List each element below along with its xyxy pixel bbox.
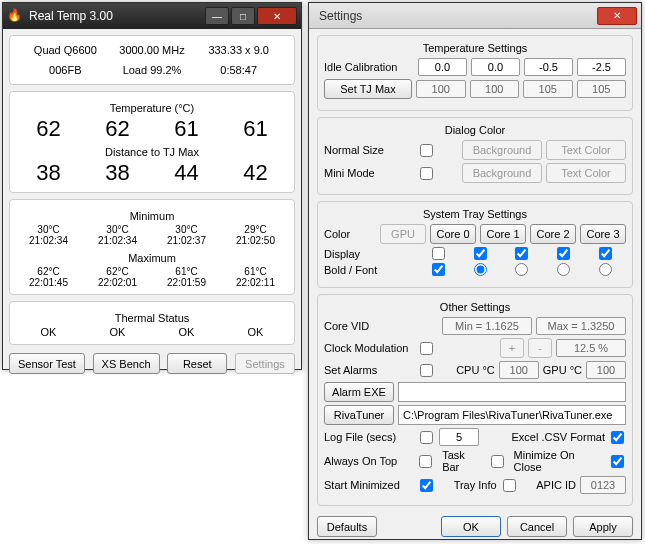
core1-color-button[interactable]: Core 1 bbox=[480, 224, 526, 244]
start-minimized-label: Start Minimized bbox=[324, 479, 414, 491]
distance-heading: Distance to TJ Max bbox=[14, 146, 290, 158]
bold-font-checkbox[interactable] bbox=[432, 263, 445, 276]
tjmax-2: 105 bbox=[523, 80, 573, 98]
core0-color-button[interactable]: Core 0 bbox=[430, 224, 476, 244]
bold-core2-radio[interactable] bbox=[557, 263, 570, 276]
normal-size-checkbox[interactable] bbox=[420, 144, 433, 157]
display-gpu-checkbox[interactable] bbox=[432, 247, 445, 260]
temp-core0: 62 bbox=[14, 116, 83, 142]
system-tray-heading: System Tray Settings bbox=[324, 208, 626, 220]
idle-cal-2[interactable]: -0.5 bbox=[524, 58, 573, 76]
display-core0-checkbox[interactable] bbox=[474, 247, 487, 260]
max-t2: 61°C bbox=[152, 266, 221, 277]
min-t1: 30°C bbox=[83, 224, 152, 235]
bold-font-label: Bold / Font bbox=[324, 264, 414, 276]
temperature-heading: Temperature (°C) bbox=[14, 102, 290, 114]
maximum-heading: Maximum bbox=[14, 252, 290, 264]
close-button[interactable]: ✕ bbox=[257, 7, 297, 25]
display-core3-checkbox[interactable] bbox=[599, 247, 612, 260]
minimize-button[interactable]: — bbox=[205, 7, 229, 25]
rivatuner-button[interactable]: RivaTuner bbox=[324, 405, 394, 425]
sensor-test-button[interactable]: Sensor Test bbox=[9, 353, 85, 374]
normal-bg-button[interactable]: Background bbox=[462, 140, 542, 160]
tray-info-checkbox[interactable] bbox=[503, 479, 516, 492]
cancel-button[interactable]: Cancel bbox=[507, 516, 567, 537]
csv-label: Excel .CSV Format bbox=[511, 431, 605, 443]
mini-mode-checkbox[interactable] bbox=[420, 167, 433, 180]
cpu-load: Load 99.2% bbox=[109, 64, 196, 76]
settings-window: Settings ✕ Temperature Settings Idle Cal… bbox=[308, 2, 642, 540]
minmax-panel: Minimum 30°C 30°C 30°C 29°C 21:02:34 21:… bbox=[9, 199, 295, 295]
cpu-c-label: CPU °C bbox=[456, 364, 495, 376]
main-title: Real Temp 3.00 bbox=[29, 9, 205, 23]
min-on-close-checkbox[interactable] bbox=[611, 455, 624, 468]
clock-mod-label: Clock Modulation bbox=[324, 342, 414, 354]
clock-plus-button[interactable]: + bbox=[500, 338, 524, 358]
taskbar-label: Task Bar bbox=[442, 449, 484, 473]
temperature-panel: Temperature (°C) 62 62 61 61 Distance to… bbox=[9, 91, 295, 193]
display-label: Display bbox=[324, 248, 414, 260]
max-t0: 62°C bbox=[14, 266, 83, 277]
alarm-exe-button[interactable]: Alarm EXE bbox=[324, 382, 394, 402]
other-settings-group: Other Settings Core VID Min = 1.1625 Max… bbox=[317, 294, 633, 506]
system-tray-group: System Tray Settings Color GPU Core 0 Co… bbox=[317, 201, 633, 288]
always-on-top-checkbox[interactable] bbox=[419, 455, 432, 468]
settings-titlebar: Settings ✕ bbox=[309, 3, 641, 29]
settings-title: Settings bbox=[313, 9, 597, 23]
cpu-alarm-value[interactable]: 100 bbox=[499, 361, 539, 379]
log-file-checkbox[interactable] bbox=[420, 431, 433, 444]
bold-core1-radio[interactable] bbox=[515, 263, 528, 276]
max-t1: 62°C bbox=[83, 266, 152, 277]
mini-bg-button[interactable]: Background bbox=[462, 163, 542, 183]
set-alarms-checkbox[interactable] bbox=[420, 364, 433, 377]
idle-cal-1[interactable]: 0.0 bbox=[471, 58, 520, 76]
maximize-button[interactable]: □ bbox=[231, 7, 255, 25]
mini-text-button[interactable]: Text Color bbox=[546, 163, 626, 183]
vid-min: Min = 1.1625 bbox=[442, 317, 532, 335]
bold-core3-radio[interactable] bbox=[599, 263, 612, 276]
display-core2-checkbox[interactable] bbox=[557, 247, 570, 260]
status-panel: Thermal Status OK OK OK OK bbox=[9, 301, 295, 345]
main-titlebar: 🔥 Real Temp 3.00 — □ ✕ bbox=[3, 3, 301, 29]
set-tjmax-button[interactable]: Set TJ Max bbox=[324, 79, 412, 99]
idle-calibration-label: Idle Calibration bbox=[324, 61, 414, 73]
core3-color-button[interactable]: Core 3 bbox=[580, 224, 626, 244]
idle-cal-0[interactable]: 0.0 bbox=[418, 58, 467, 76]
csv-checkbox[interactable] bbox=[611, 431, 624, 444]
normal-size-label: Normal Size bbox=[324, 144, 414, 156]
clock-mod-checkbox[interactable] bbox=[420, 342, 433, 355]
reset-button[interactable]: Reset bbox=[167, 353, 227, 374]
log-secs-value[interactable]: 5 bbox=[439, 428, 479, 446]
status0: OK bbox=[14, 326, 83, 338]
taskbar-checkbox[interactable] bbox=[491, 455, 504, 468]
tray-info-label: Tray Info bbox=[454, 479, 497, 491]
clock-minus-button[interactable]: - bbox=[528, 338, 552, 358]
temp-core3: 61 bbox=[221, 116, 290, 142]
ok-button[interactable]: OK bbox=[441, 516, 501, 537]
temperature-settings-heading: Temperature Settings bbox=[324, 42, 626, 54]
temp-core1: 62 bbox=[83, 116, 152, 142]
alarm-exe-path[interactable] bbox=[398, 382, 626, 402]
rivatuner-path[interactable]: C:\Program Files\RivaTuner\RivaTuner.exe bbox=[398, 405, 626, 425]
xs-bench-button[interactable]: XS Bench bbox=[93, 353, 160, 374]
display-core1-checkbox[interactable] bbox=[515, 247, 528, 260]
cpuid: 006FB bbox=[22, 64, 109, 76]
idle-cal-3[interactable]: -2.5 bbox=[577, 58, 626, 76]
gpu-color-button[interactable]: GPU bbox=[380, 224, 426, 244]
status-heading: Thermal Status bbox=[14, 312, 290, 324]
core2-color-button[interactable]: Core 2 bbox=[530, 224, 576, 244]
settings-button[interactable]: Settings bbox=[235, 353, 295, 374]
settings-close-button[interactable]: ✕ bbox=[597, 7, 637, 25]
gpu-alarm-value[interactable]: 100 bbox=[586, 361, 626, 379]
bold-core0-radio[interactable] bbox=[474, 263, 487, 276]
min-t3: 29°C bbox=[221, 224, 290, 235]
tjmax-3: 105 bbox=[577, 80, 627, 98]
defaults-button[interactable]: Defaults bbox=[317, 516, 377, 537]
normal-text-button[interactable]: Text Color bbox=[546, 140, 626, 160]
apply-button[interactable]: Apply bbox=[573, 516, 633, 537]
vid-max: Max = 1.3250 bbox=[536, 317, 626, 335]
mini-mode-label: Mini Mode bbox=[324, 167, 414, 179]
cpu-mhz: 3000.00 MHz bbox=[109, 44, 196, 56]
start-minimized-checkbox[interactable] bbox=[420, 479, 433, 492]
dist-core0: 38 bbox=[14, 160, 83, 186]
